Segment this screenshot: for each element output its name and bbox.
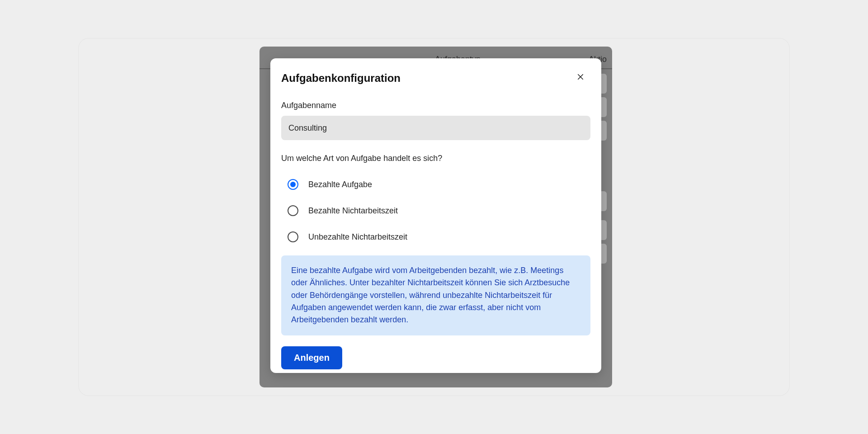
task-config-modal: Aufgabenkonfiguration Aufgabenname Um we… — [270, 58, 601, 373]
task-name-label: Aufgabenname — [281, 101, 590, 110]
task-type-info-box: Eine bezahlte Aufgabe wird vom Arbeitgeb… — [281, 255, 590, 335]
modal-header: Aufgabenkonfiguration — [281, 71, 590, 85]
radio-icon — [288, 231, 298, 242]
task-type-radio-group: Bezahlte Aufgabe Bezahlte Nichtarbeitsze… — [281, 171, 590, 250]
radio-option-label: Bezahlte Aufgabe — [308, 180, 372, 189]
create-button[interactable]: Anlegen — [281, 346, 342, 369]
radio-option-paid-task[interactable]: Bezahlte Aufgabe — [288, 171, 590, 198]
radio-icon — [288, 179, 298, 190]
radio-option-label: Unbezahlte Nichtarbeitszeit — [308, 232, 407, 242]
task-type-question: Um welche Art von Aufgabe handelt es sic… — [281, 154, 590, 163]
radio-option-paid-nonwork[interactable]: Bezahlte Nichtarbeitszeit — [288, 198, 590, 224]
close-button[interactable] — [572, 69, 589, 85]
radio-option-unpaid-nonwork[interactable]: Unbezahlte Nichtarbeitszeit — [288, 224, 590, 250]
app-window: Aufgabentyp Aktio Aufgabenkonfiguration — [79, 38, 789, 396]
task-name-input[interactable] — [281, 116, 590, 140]
radio-icon — [288, 205, 298, 216]
close-icon — [576, 73, 585, 82]
radio-option-label: Bezahlte Nichtarbeitszeit — [308, 206, 398, 216]
modal-title: Aufgabenkonfiguration — [281, 72, 401, 85]
